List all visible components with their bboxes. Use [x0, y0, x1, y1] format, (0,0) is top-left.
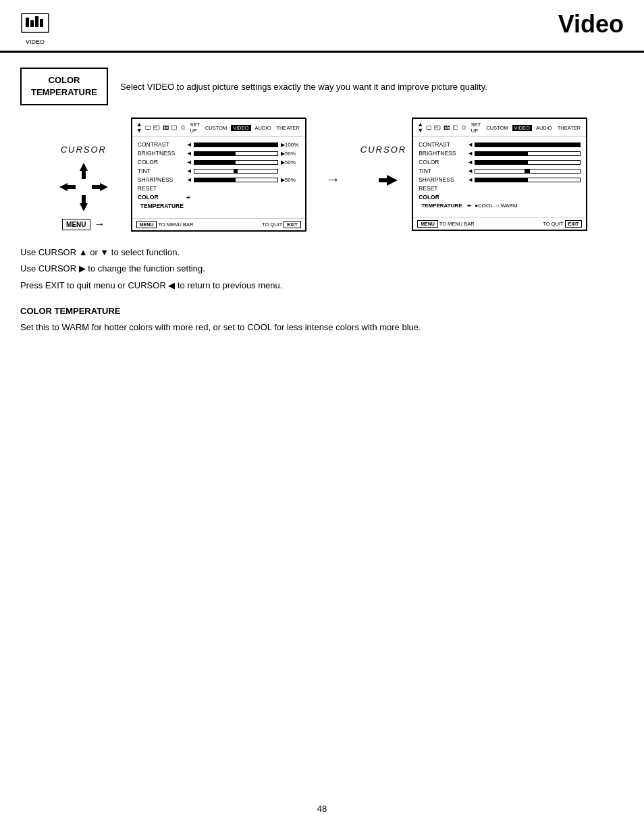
setting-row-contrast-right: CONTRAST ◄ [419, 141, 581, 148]
svg-marker-11 [100, 183, 108, 191]
svg-rect-38 [448, 127, 449, 129]
svg-line-43 [465, 126, 466, 126]
left-screen-menubar: ▲▼ H/V ♪ [132, 119, 305, 137]
cursor-right-arrow [367, 160, 400, 201]
svg-rect-4 [40, 19, 43, 27]
setting-row-tint-right: TINT ◄ [419, 167, 581, 174]
footer-exit-btn-left: EXIT [284, 221, 301, 228]
video-icon-left [163, 124, 169, 132]
header-icon-area: VIDEO [20, 12, 50, 45]
svg-rect-35 [445, 127, 446, 130]
svg-rect-8 [82, 195, 86, 203]
svg-marker-5 [80, 163, 88, 171]
audio-icon-right: ♪ [453, 124, 458, 132]
setting-row-contrast-left: CONTRAST ◄ ▶100% [138, 141, 300, 148]
svg-rect-3 [35, 16, 38, 27]
tab-video-left: VIDEO [231, 125, 250, 131]
setting-row-colortemp-right: COLOR [419, 194, 581, 201]
cool-option: ●COOL [475, 203, 493, 209]
menu-arrow: → [95, 218, 105, 230]
svg-text:♪: ♪ [172, 127, 173, 130]
svg-rect-31 [428, 129, 429, 130]
setting-row-brightness-left: BRIGHTNESS ◄ ▶50% [138, 150, 300, 157]
color-temp-box: COLOR TEMPERATURE [20, 68, 108, 105]
svg-rect-10 [68, 185, 76, 189]
left-screen-content: CONTRAST ◄ ▶100% BRIGHTNESS ◄ ▶50% [132, 137, 305, 215]
video-icon-right [444, 124, 450, 132]
theater-icon-left [180, 124, 186, 132]
right-screen-menubar: ▲▼ H/V ♪ [413, 119, 586, 137]
right-screen-footer: MENU TO MENU BAR TO QUIT EXIT [413, 217, 586, 230]
cursor-arrows-left [57, 160, 111, 214]
left-cursor-area: CURSOR MENU → [57, 145, 111, 230]
svg-rect-20 [166, 126, 167, 129]
setting-row-reset-right: RESET [419, 185, 581, 192]
svg-point-24 [181, 126, 184, 130]
page-header: VIDEO Video [0, 0, 644, 53]
setting-row-reset-left: RESET [138, 185, 300, 192]
tab-audio-left: AUDIO [254, 125, 273, 131]
page-number: 48 [317, 804, 327, 814]
svg-line-26 [184, 126, 185, 126]
temp-options: ➨ ●COOL ○ WARM [467, 203, 518, 209]
svg-rect-36 [446, 128, 447, 129]
instructions-area: Use CURSOR ▲ or ▼ to select function. Us… [20, 245, 624, 334]
footer-menu-btn-right: MENU [417, 220, 438, 228]
svg-rect-29 [379, 178, 387, 182]
footer-menu-btn-left: MENU [136, 221, 157, 228]
footer-menu-text-left: TO MENU BAR [158, 221, 193, 228]
diagrams-area: CURSOR MENU → [20, 118, 624, 232]
svg-rect-6 [82, 171, 86, 179]
setting-row-color-right: COLOR ◄ [419, 159, 581, 165]
setting-row-brightness-right: BRIGHTNESS ◄ [419, 150, 581, 157]
svg-rect-12 [92, 185, 100, 189]
setting-row-temperature-right: TEMPERATURE ➨ ●COOL ○ WARM [419, 203, 581, 209]
svg-point-41 [462, 126, 466, 130]
tab-audio-right: AUDIO [535, 125, 554, 131]
instruction-line3: Press EXIT to quit menu or CURSOR ◀ to r… [20, 278, 624, 293]
menu-button: MENU [62, 219, 90, 230]
tab-theater-right: THEATER [556, 125, 582, 131]
setting-row-temperature-left: TEMPERATURE [138, 203, 300, 209]
setting-row-colortemp-left: COLOR ➨ [138, 194, 300, 201]
right-cursor-area: CURSOR [360, 145, 406, 201]
tab-setup-right: SET UP [470, 122, 482, 134]
left-screen-box: ▲▼ H/V ♪ [131, 118, 306, 232]
cursor-label-right: CURSOR [360, 145, 406, 155]
svg-rect-30 [427, 126, 431, 130]
svg-rect-37 [447, 126, 448, 129]
right-screen-box: ▲▼ H/V ♪ [412, 118, 587, 231]
svg-text:♪: ♪ [454, 127, 455, 130]
left-screen-footer: MENU TO MENU BAR TO QUIT EXIT [132, 218, 305, 230]
svg-rect-21 [167, 127, 168, 129]
svg-rect-19 [165, 128, 165, 129]
instruction-line1: Use CURSOR ▲ or ▼ to select function. [20, 245, 624, 260]
setting-row-sharpness-left: SHARPNESS ◄ ▶50% [138, 176, 300, 183]
svg-rect-2 [30, 20, 34, 27]
color-temp-arrow-left: ➨ [186, 194, 191, 201]
right-menu-tabs: SET UP CUSTOM VIDEO AUDIO THEATER [470, 122, 582, 134]
setting-row-color-left: COLOR ◄ ▶50% [138, 159, 300, 165]
svg-text:H/V: H/V [154, 127, 157, 130]
right-screen-content: CONTRAST ◄ BRIGHTNESS ◄ [413, 137, 586, 215]
between-arrow: → [327, 172, 340, 187]
svg-rect-14 [147, 129, 149, 130]
instruction-line2: Use CURSOR ▶ to change the function sett… [20, 261, 624, 276]
footer-exit-btn-right: EXIT [565, 220, 583, 228]
svg-rect-13 [145, 126, 150, 130]
color-temp-description: Select VIDEO to adjust picture settings … [120, 82, 487, 92]
setting-row-sharpness-right: SHARPNESS ◄ [419, 176, 581, 183]
cursor-label-left: CURSOR [61, 145, 107, 155]
av-icon-left: H/V [153, 124, 160, 132]
setting-row-tint-left: TINT ◄ [138, 167, 300, 174]
monitor-icon-right [426, 124, 431, 132]
theater-icon-right [460, 124, 467, 132]
svg-rect-1 [26, 18, 29, 27]
footer-menu-text-right: TO MENU BAR [439, 221, 475, 227]
header-icon-label: VIDEO [20, 38, 50, 45]
color-temp-section-heading: COLOR TEMPERATURE [20, 304, 624, 319]
tab-setup-left: SET UP [188, 122, 200, 134]
svg-marker-9 [59, 183, 68, 191]
av-icon-right: H/V [434, 124, 441, 132]
svg-marker-7 [80, 203, 88, 211]
